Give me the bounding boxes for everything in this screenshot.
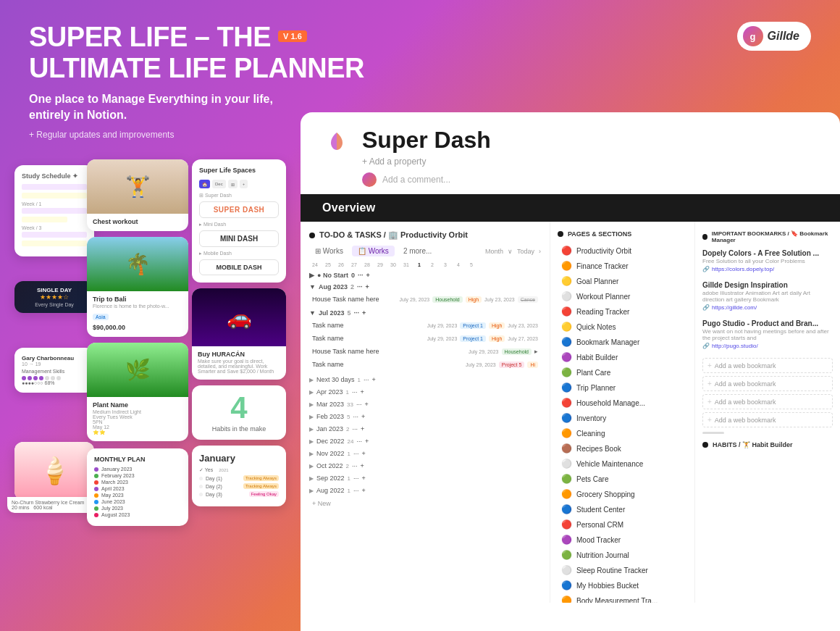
title-line2: ULTIMATE LIFE PLANNER bbox=[29, 53, 364, 84]
monthly-plan-card: MONTHLY PLAN January 2023 February 2023 … bbox=[87, 448, 188, 526]
study-card: Study Schedule ✦ Week / 1 Week / 3 bbox=[14, 165, 94, 256]
page-pets[interactable]: 🟢Pets Care bbox=[558, 472, 687, 486]
toolbar-btn-2[interactable]: Dec bbox=[212, 180, 226, 188]
group-jul-header[interactable]: ▼Jul 20235···+ bbox=[309, 309, 541, 317]
plant-sub: Medium Indirect Light bbox=[93, 409, 182, 414]
tab-more[interactable]: 2 more... bbox=[398, 246, 437, 256]
add-bookmark-4[interactable]: + Add a web bookmark bbox=[702, 412, 833, 427]
month-feb[interactable]: ▶Feb 20235···+ bbox=[309, 411, 541, 422]
month-sep[interactable]: ▶Sep 20221···+ bbox=[309, 473, 541, 483]
photo-card-bali[interactable]: 🌴 Trip to Bali Florence is home to the p… bbox=[87, 237, 188, 337]
gillde-link[interactable]: 🔗https://gillde.com/ bbox=[702, 304, 833, 311]
task-row-aug-1[interactable]: House Task name here July 29, 2023 House… bbox=[309, 293, 541, 305]
page-bookmark-manager[interactable]: 🔵Bookmark Manager bbox=[558, 335, 687, 349]
page-hobbies[interactable]: 🔵My Hobbies Bucket bbox=[558, 578, 687, 593]
toolbar-btn-3[interactable]: ⊞ bbox=[228, 180, 238, 188]
mobile-dash-label[interactable]: MOBILE DASH bbox=[199, 259, 279, 275]
study-note-6 bbox=[22, 241, 87, 246]
page-mood-tracker[interactable]: 🟣Mood Tracker bbox=[558, 532, 687, 547]
page-nutrition[interactable]: 🟢Nutrition Journal bbox=[558, 548, 687, 562]
month-mar[interactable]: ▶Mar 202333···+ bbox=[309, 399, 541, 409]
page-quick-notes[interactable]: 🟡Quick Notes bbox=[558, 319, 687, 334]
spaces-title: Super Life Spaces bbox=[199, 167, 279, 174]
page-sleep[interactable]: ⚪Sleep Routine Tracker bbox=[558, 563, 687, 577]
mini-sub: ▸ Mini Dash bbox=[199, 222, 279, 227]
page-body-measurement[interactable]: 🟠Body Measurement Tra... bbox=[558, 593, 687, 603]
task-row-jul-1[interactable]: Task name July 29, 2023 Project 1 High J… bbox=[309, 319, 541, 331]
single-day-stars: ★★★★☆ bbox=[20, 293, 88, 301]
add-bookmark-1[interactable]: + Add a web bookmark bbox=[702, 358, 833, 373]
mini-dash-label[interactable]: MINI DASH bbox=[199, 230, 279, 247]
add-comment[interactable]: Add a comment... bbox=[362, 172, 491, 187]
page-grocery[interactable]: 🟠Grocery Shopping bbox=[558, 487, 687, 501]
page-habit-builder[interactable]: 🟣Habit Builder bbox=[558, 350, 687, 364]
month-next30[interactable]: ▶Next 30 days1···+ bbox=[309, 375, 541, 385]
profile-pct: ●●●●○○○ 68% bbox=[22, 380, 87, 385]
page-cleaning[interactable]: 🟠Cleaning bbox=[558, 426, 687, 440]
photo-card-workout[interactable]: 🏋️ Chest workout bbox=[87, 159, 188, 231]
month-aug22[interactable]: ▶Aug 20221···+ bbox=[309, 485, 541, 496]
gilde-icon: g bbox=[743, 26, 763, 46]
profile-card: Gary Charbonneau 10 → 19 Management Skil… bbox=[14, 348, 94, 393]
page-household[interactable]: 🔴Household Manage... bbox=[558, 396, 687, 410]
tasks-dot bbox=[309, 233, 315, 238]
page-reading-tracker[interactable]: 🔴Reading Tracker bbox=[558, 304, 687, 319]
month-oct[interactable]: ▶Oct 20222···+ bbox=[309, 461, 541, 471]
task-row-jul-2[interactable]: Task name July 29, 2023 Project 1 High J… bbox=[309, 333, 541, 344]
super-dash-label[interactable]: SUPER DASH bbox=[199, 201, 279, 218]
add-bookmark-2[interactable]: + Add a web bookmark bbox=[702, 376, 833, 391]
toolbar-btn-1[interactable]: 🏠 bbox=[199, 180, 210, 188]
page-goal-planner[interactable]: 🟡Goal Planner bbox=[558, 274, 687, 288]
page-inventory[interactable]: 🔵Inventory bbox=[558, 411, 687, 425]
gilde-logo[interactable]: g Gillde bbox=[737, 22, 811, 51]
group-aug-header[interactable]: ▼Aug 20232···+ bbox=[309, 283, 541, 291]
bali-label: Trip to Bali bbox=[93, 296, 182, 303]
new-button[interactable]: + New bbox=[309, 498, 541, 509]
task-group-jul: ▼Jul 20235···+ Task name July 29, 2023 P… bbox=[309, 309, 541, 370]
add-bookmark-3[interactable]: + Add a web bookmark bbox=[702, 394, 833, 409]
month-dec[interactable]: ▶Dec 202224···+ bbox=[309, 436, 541, 446]
habits-text: Habits in the make bbox=[199, 425, 279, 432]
main-header: Super Dash + Add a property Add a commen… bbox=[301, 112, 840, 194]
task-group-nostart: ▶● No Start0···+ bbox=[309, 272, 541, 279]
month-label[interactable]: Month bbox=[485, 248, 503, 255]
habits-dot bbox=[702, 442, 708, 448]
page-recipes[interactable]: 🟤Recipes Book bbox=[558, 441, 687, 456]
task-group-aug: ▼Aug 20232···+ House Task name here July… bbox=[309, 283, 541, 305]
month-groups: ▶Next 30 days1···+ ▶Apr 20231···+ ▶Mar 2… bbox=[309, 375, 541, 496]
toolbar-btn-4[interactable]: + bbox=[240, 180, 248, 188]
dopely-link[interactable]: 🔗https://colors.dopely.top/ bbox=[702, 266, 833, 272]
page-productivity-orbit[interactable]: 🔴Productivity Orbit bbox=[558, 243, 687, 258]
tab-works1[interactable]: ⊞ Works bbox=[309, 246, 349, 256]
photo-card-plant[interactable]: 🌿 Plant Name Medium Indirect Light Every… bbox=[87, 343, 188, 441]
task-row-jul-4[interactable]: Task name July 29, 2023 Project 5 Hi bbox=[309, 359, 541, 370]
group-nostart-header[interactable]: ▶● No Start0···+ bbox=[309, 272, 541, 279]
overview-label: Overview bbox=[322, 201, 376, 214]
page-finance-tracker[interactable]: 🟠Finance Tracker bbox=[558, 259, 687, 273]
month-apr[interactable]: ▶Apr 20231···+ bbox=[309, 387, 541, 397]
tab-works2[interactable]: 📋 Works bbox=[352, 246, 395, 256]
page-student[interactable]: 🔵Student Center bbox=[558, 502, 687, 517]
study-week2: Week / 3 bbox=[22, 225, 87, 230]
bookmark-dopely: Dopely Colors - A Free Solution ... Free… bbox=[702, 249, 833, 272]
today-label[interactable]: Today bbox=[517, 248, 534, 255]
habits-section-header: HABITS / 🏋️ Habit Builder bbox=[702, 441, 833, 448]
title-line1: SUPER LIFE – THE V 1.6 bbox=[29, 22, 364, 53]
page-vehicle[interactable]: ⚪Vehicle Maintenance bbox=[558, 456, 687, 471]
title-text-1: SUPER LIFE – THE bbox=[29, 22, 271, 53]
page-trip-planner[interactable]: 🔵Trip Planner bbox=[558, 380, 687, 395]
page-plant-care[interactable]: 🟢Plant Care bbox=[558, 365, 687, 380]
month-nov[interactable]: ▶Nov 20221···+ bbox=[309, 448, 541, 459]
plant-label: Plant Name bbox=[93, 401, 182, 409]
task-row-jul-3[interactable]: House Task name here July 29, 2023 House… bbox=[309, 346, 541, 357]
add-property[interactable]: + Add a property bbox=[362, 156, 491, 167]
month-jan[interactable]: ▶Jan 20232···+ bbox=[309, 424, 541, 434]
tasks-header: TO-DO & TASKS / 🏢 Productivity Orbit bbox=[309, 230, 541, 240]
main-content-header: Super Dash + Add a property Add a commen… bbox=[362, 127, 491, 187]
page-workout-planner[interactable]: ⚪Workout Planner bbox=[558, 289, 687, 304]
page-personal-crm[interactable]: 🔴Personal CRM bbox=[558, 517, 687, 532]
january-title: January bbox=[199, 453, 279, 464]
bookmarks-header: IMPORTANT BOOKMARKS / 🔖 Bookmark Manager bbox=[702, 230, 833, 243]
pugo-link[interactable]: 🔗http://pugo.studio/ bbox=[702, 343, 833, 349]
photo-card-car[interactable]: 🚗 Buy HURACÁN Make sure your goal is dir… bbox=[192, 288, 286, 380]
